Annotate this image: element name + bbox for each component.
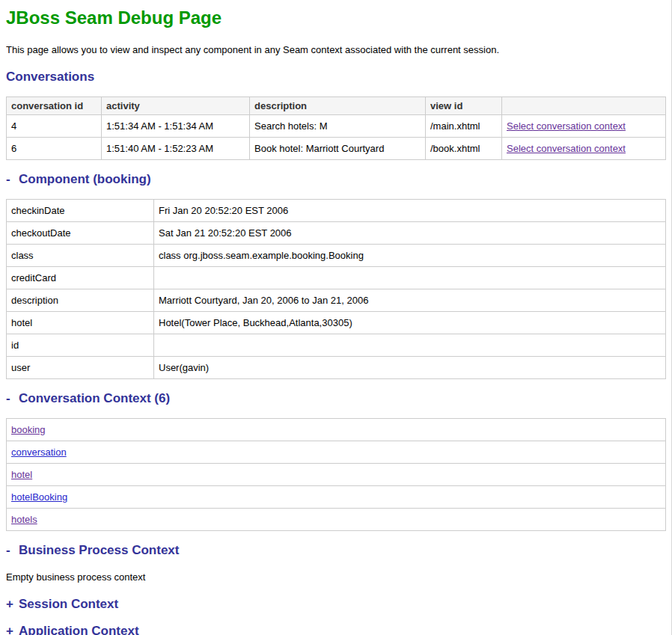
conversations-heading: Conversations (6, 70, 666, 85)
action-cell: Select conversation context (502, 138, 666, 160)
property-value-cell: Sat Jan 21 20:52:20 EST 2006 (154, 222, 666, 245)
collapse-indicator: - (6, 543, 19, 558)
action-cell: Select conversation context (502, 115, 666, 138)
property-row: user User(gavin) (7, 357, 666, 379)
collapse-indicator: - (6, 172, 19, 187)
application-context-heading[interactable]: +Application Context (6, 624, 666, 635)
context-variable-link[interactable]: booking (11, 424, 46, 435)
conversations-header-row: conversation id activity description vie… (7, 97, 666, 115)
expand-indicator: + (6, 597, 19, 612)
session-context-heading[interactable]: +Session Context (6, 597, 666, 612)
application-context-heading-label: Application Context (19, 624, 139, 635)
conversation-context-heading[interactable]: -Conversation Context (6) (6, 391, 666, 406)
business-process-context-heading-label: Business Process Context (19, 543, 179, 557)
property-row: hotel Hotel(Tower Place, Buckhead,Atlant… (7, 312, 666, 334)
activity-cell: 1:51:40 AM - 1:52:23 AM (102, 138, 250, 160)
context-variable-link[interactable]: hotels (11, 514, 37, 525)
context-variable-row: booking (7, 419, 666, 441)
component-booking-heading-label: Component (booking) (19, 172, 151, 186)
conversation-row: 6 1:51:40 AM - 1:52:23 AM Book hotel: Ma… (7, 138, 666, 160)
conversation-context-heading-label: Conversation Context (6) (19, 391, 170, 405)
session-context-heading-label: Session Context (19, 597, 118, 611)
context-variable-row: hotels (7, 509, 666, 531)
empty-business-process-text: Empty business process context (6, 571, 666, 583)
property-row: class class org.jboss.seam.example.booki… (7, 245, 666, 267)
context-variable-link[interactable]: hotel (11, 469, 32, 480)
property-value-cell: Hotel(Tower Place, Buckhead,Atlanta,3030… (154, 312, 666, 334)
property-value-cell: Marriott Courtyard, Jan 20, 2006 to Jan … (154, 289, 666, 312)
description-cell: Book hotel: Marriott Courtyard (250, 138, 426, 160)
property-row: description Marriott Courtyard, Jan 20, … (7, 289, 666, 312)
intro-text: This page allows you to view and inspect… (6, 44, 666, 56)
context-variable-cell: hotelBooking (7, 486, 666, 509)
property-value-cell: class org.jboss.seam.example.booking.Boo… (154, 245, 666, 267)
column-header-view-id: view id (426, 97, 502, 115)
business-process-context-heading[interactable]: -Business Process Context (6, 543, 666, 558)
property-name-cell: description (7, 289, 154, 312)
property-name-cell: class (7, 245, 154, 267)
view-id-cell: /main.xhtml (426, 115, 502, 138)
context-variable-link[interactable]: hotelBooking (11, 491, 67, 503)
conversations-table: conversation id activity description vie… (6, 96, 666, 160)
context-variable-cell: conversation (7, 441, 666, 464)
property-name-cell: user (7, 357, 154, 379)
property-name-cell: checkoutDate (7, 222, 154, 245)
select-conversation-context-link[interactable]: Select conversation context (507, 143, 626, 154)
property-name-cell: id (7, 334, 154, 357)
conversation-context-table: booking conversation hotel hotelBooking … (6, 418, 666, 531)
collapse-indicator: - (6, 391, 19, 406)
context-variable-cell: hotel (7, 464, 666, 486)
context-variable-row: hotel (7, 464, 666, 486)
context-variable-row: hotelBooking (7, 486, 666, 509)
context-variable-link[interactable]: conversation (11, 447, 67, 458)
property-row: creditCard (7, 267, 666, 289)
conversation-row: 4 1:51:34 AM - 1:51:34 AM Search hotels:… (7, 115, 666, 138)
context-variable-cell: booking (7, 419, 666, 441)
property-value-cell: User(gavin) (154, 357, 666, 379)
property-name-cell: hotel (7, 312, 154, 334)
conversation-id-cell: 4 (7, 115, 102, 138)
property-value-cell: Fri Jan 20 20:52:20 EST 2006 (154, 200, 666, 222)
property-value-cell (154, 334, 666, 357)
conversation-id-cell: 6 (7, 138, 102, 160)
select-conversation-context-link[interactable]: Select conversation context (507, 120, 626, 132)
context-variable-cell: hotels (7, 509, 666, 531)
view-id-cell: /book.xhtml (426, 138, 502, 160)
property-value-cell (154, 267, 666, 289)
description-cell: Search hotels: M (250, 115, 426, 138)
activity-cell: 1:51:34 AM - 1:51:34 AM (102, 115, 250, 138)
expand-indicator: + (6, 624, 19, 635)
page-title: JBoss Seam Debug Page (6, 7, 666, 28)
column-header-description: description (250, 97, 426, 115)
column-header-conversation-id: conversation id (7, 97, 102, 115)
context-variable-row: conversation (7, 441, 666, 464)
column-header-action (502, 97, 666, 115)
column-header-activity: activity (102, 97, 250, 115)
property-row: id (7, 334, 666, 357)
property-row: checkoutDate Sat Jan 21 20:52:20 EST 200… (7, 222, 666, 245)
property-name-cell: creditCard (7, 267, 154, 289)
component-booking-table: checkinDate Fri Jan 20 20:52:20 EST 2006… (6, 199, 666, 379)
property-name-cell: checkinDate (7, 200, 154, 222)
component-booking-heading[interactable]: -Component (booking) (6, 172, 666, 187)
property-row: checkinDate Fri Jan 20 20:52:20 EST 2006 (7, 200, 666, 222)
